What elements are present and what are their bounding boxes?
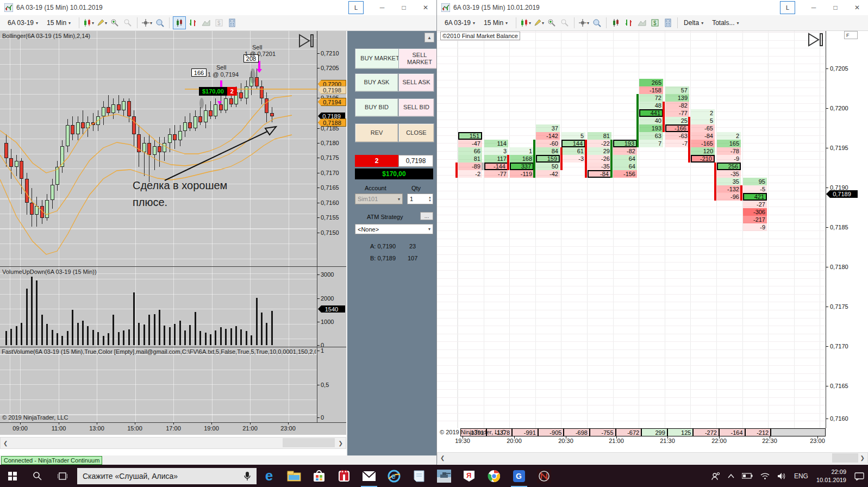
- style-mountain-button[interactable]: [636, 17, 648, 29]
- chevron-down-icon: ▾: [701, 21, 703, 26]
- draw-pencil-icon[interactable]: ▾: [533, 17, 545, 29]
- rev-button[interactable]: REV: [355, 123, 398, 142]
- sell-market-button[interactable]: SELL MARKET: [398, 48, 441, 69]
- panel-scroll-up-icon[interactable]: ▲: [424, 33, 434, 42]
- position-tag[interactable]: $170,00 2: [199, 87, 237, 96]
- qty-label: Qty: [411, 185, 421, 191]
- volume-icon[interactable]: [773, 465, 790, 487]
- atm-strategy-label: ATM Strategy: [367, 214, 403, 220]
- taskbar-chrome-icon[interactable]: [482, 465, 507, 487]
- battery-icon[interactable]: [738, 465, 757, 487]
- link-button[interactable]: L: [780, 1, 795, 14]
- taskbar-ie-icon[interactable]: e: [382, 465, 407, 487]
- axis-tick: [566, 436, 566, 439]
- dollar-icon[interactable]: $: [649, 17, 661, 29]
- scroll-left-icon[interactable]: ❮: [1, 440, 10, 446]
- calculator-icon[interactable]: [662, 17, 674, 29]
- buy-market-button[interactable]: BUY MARKET: [355, 48, 405, 69]
- price-axis[interactable]: [826, 31, 868, 428]
- atm-more-button[interactable]: ...: [420, 212, 433, 220]
- app-chart-icon: [441, 3, 450, 12]
- minimize-icon[interactable]: ─: [803, 0, 825, 15]
- totals-cell: -164: [719, 428, 745, 436]
- taskbar-gdisk-icon[interactable]: G: [507, 465, 532, 487]
- close-icon[interactable]: ✕: [846, 0, 868, 15]
- playback-replay-icon[interactable]: [808, 33, 824, 47]
- interval-selector[interactable]: 15 Min▾: [480, 17, 511, 28]
- totals-cell: -672: [616, 428, 642, 436]
- style-candlestick-button[interactable]: [610, 17, 622, 29]
- wifi-icon[interactable]: [757, 465, 773, 487]
- time-axis-label: 21:30: [660, 438, 675, 444]
- people-icon[interactable]: [708, 465, 724, 487]
- totals-cell: -272: [693, 428, 719, 436]
- taskbar-ninjatrader-icon[interactable]: [532, 465, 557, 487]
- task-view-icon[interactable]: [50, 465, 75, 487]
- stepper-arrows-icon[interactable]: ▲▼: [428, 196, 433, 202]
- account-select[interactable]: Sim101▾: [355, 193, 403, 204]
- divider: [677, 17, 678, 28]
- microphone-icon[interactable]: [243, 471, 251, 481]
- totals-cell-empty: [771, 428, 826, 436]
- ask-price: A: 0,7190: [370, 243, 396, 249]
- atm-strategy-select[interactable]: <None>▾: [355, 224, 433, 234]
- taskbar-gift-icon[interactable]: [332, 465, 357, 487]
- floating-label-partial: F: [844, 31, 858, 39]
- svg-text:Я: Я: [466, 471, 471, 479]
- window-title: 6A 03-19 (15 Min) 10.01.2019: [453, 4, 540, 11]
- bid-size: 107: [408, 255, 417, 261]
- chart-style-icon[interactable]: ▾: [520, 17, 532, 29]
- taskbar-store-icon[interactable]: [307, 465, 332, 487]
- time-axis-label: 22:00: [711, 438, 727, 444]
- sell-ask-button[interactable]: SELL ASK: [398, 73, 434, 92]
- start-button[interactable]: [0, 465, 25, 487]
- time-axis-label: 20:30: [558, 438, 573, 444]
- quantity-stepper[interactable]: 1 ▲▼: [407, 193, 433, 204]
- alice-search-input[interactable]: Скажите «Слушай, Алиса»: [77, 468, 257, 484]
- sell-marker-label: Sell: [216, 64, 226, 71]
- notification-center-icon[interactable]: [851, 465, 868, 487]
- maximize-icon[interactable]: □: [825, 0, 846, 15]
- totals-cell: 125: [667, 428, 694, 436]
- scroll-thumb[interactable]: [832, 453, 858, 463]
- footprint-plot[interactable]: [437, 31, 826, 428]
- order-id-marker[interactable]: 166: [191, 68, 207, 77]
- taskbar-notepad-icon[interactable]: [407, 465, 432, 487]
- search-icon[interactable]: [25, 465, 50, 487]
- totals-mode-selector[interactable]: Totals...▾: [709, 17, 742, 28]
- totals-cell: -698: [564, 428, 590, 436]
- scroll-right-icon[interactable]: ❯: [336, 440, 346, 446]
- language-indicator[interactable]: ENG: [790, 465, 812, 487]
- totals-cell: -212: [745, 428, 771, 436]
- scroll-left-icon[interactable]: ❮: [438, 455, 447, 461]
- axis-tick: [667, 436, 668, 439]
- taskbar-game-icon[interactable]: [432, 465, 457, 487]
- scroll-right-icon[interactable]: ❯: [858, 455, 867, 461]
- titlebar[interactable]: 6A 03-19 (15 Min) 10.01.2019 L ─ □ ✕: [437, 0, 868, 16]
- close-button[interactable]: CLOSE: [398, 123, 434, 142]
- chart-annotation[interactable]: Сделка в хорошем плюсе.: [133, 177, 227, 211]
- search-placeholder: Скажите «Слушай, Алиса»: [83, 472, 178, 480]
- buy-ask-button[interactable]: BUY ASK: [355, 73, 398, 92]
- taskbar-mail-icon[interactable]: [357, 465, 382, 487]
- totals-cell: 299: [641, 428, 667, 436]
- zoom-in-icon[interactable]: [546, 17, 558, 29]
- chart-hscrollbar[interactable]: ❮ ❯: [437, 452, 868, 464]
- delta-mode-selector[interactable]: Delta▾: [680, 17, 707, 28]
- data-box-icon[interactable]: [591, 17, 603, 29]
- taskbar-edge-icon[interactable]: e: [257, 465, 282, 487]
- time-axis-label: 21:00: [609, 438, 624, 444]
- scroll-thumb[interactable]: [283, 438, 335, 447]
- taskbar-yandex-icon[interactable]: Я: [457, 465, 482, 487]
- clock[interactable]: 22:09 10.01.2019: [812, 468, 851, 484]
- crosshair-icon[interactable]: ▾: [578, 17, 590, 29]
- instrument-selector[interactable]: 6A 03-19▾: [441, 17, 478, 28]
- sell-bid-button[interactable]: SELL BID: [398, 98, 434, 117]
- axis-tick: [514, 436, 515, 439]
- chevron-up-icon[interactable]: [724, 465, 738, 487]
- zoom-out-icon[interactable]: [559, 17, 571, 29]
- buy-bid-button[interactable]: BUY BID: [355, 98, 398, 117]
- style-ohlc-button[interactable]: [623, 17, 635, 29]
- totals-cell: -905: [538, 428, 564, 436]
- taskbar-explorer-icon[interactable]: [282, 465, 307, 487]
